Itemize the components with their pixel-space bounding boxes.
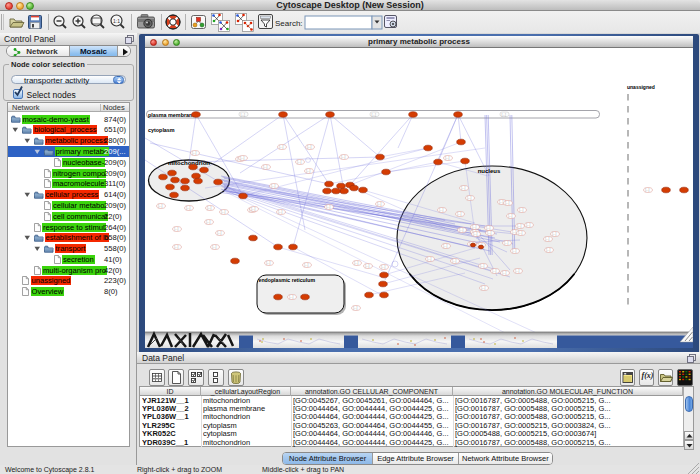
svg-text:[...]: [...]: [519, 208, 523, 212]
svg-text:[...]: [...]: [307, 145, 311, 149]
svg-text:[...]: [...]: [467, 196, 471, 200]
svg-text:[...]: [...]: [512, 230, 516, 234]
svg-text:[...]: [...]: [174, 245, 178, 249]
svg-text:[...]: [...]: [504, 241, 508, 245]
svg-text:[...]: [...]: [304, 263, 308, 267]
svg-text:[...]: [...]: [457, 212, 461, 216]
svg-text:[...]: [...]: [459, 228, 463, 232]
svg-text:[...]: [...]: [486, 226, 490, 230]
svg-text:unassigned: unassigned: [627, 84, 655, 90]
svg-text:[...]: [...]: [212, 245, 216, 249]
svg-text:Search:: Search:: [275, 19, 303, 28]
svg-text:[...]: [...]: [508, 214, 512, 218]
svg-text:[...]: [...]: [515, 269, 519, 273]
svg-text:[...]: [...]: [517, 224, 521, 228]
svg-text:nucleus: nucleus: [478, 168, 501, 174]
svg-text:[...]: [...]: [505, 201, 509, 205]
svg-text:[...]: [...]: [512, 249, 516, 253]
svg-text:[...]: [...]: [240, 156, 244, 160]
svg-text:[...]: [...]: [502, 113, 507, 117]
svg-text:[...]: [...]: [192, 151, 196, 155]
svg-text:endoplasmic reticulum: endoplasmic reticulum: [259, 277, 316, 283]
svg-text:[...]: [...]: [377, 202, 381, 206]
svg-text:[...]: [...]: [174, 227, 178, 231]
svg-text:[...]: [...]: [289, 295, 293, 299]
svg-text:[...]: [...]: [251, 207, 255, 211]
svg-text:[...]: [...]: [354, 261, 358, 265]
svg-text:[...]: [...]: [461, 186, 465, 190]
svg-text:[...]: [...]: [545, 237, 549, 241]
svg-text:[...]: [...]: [427, 257, 431, 261]
svg-text:[...]: [...]: [526, 223, 530, 227]
svg-text:[...]: [...]: [278, 210, 282, 214]
svg-text:[...]: [...]: [480, 264, 484, 268]
svg-text:[...]: [...]: [492, 269, 496, 273]
svg-text:[...]: [...]: [552, 232, 556, 236]
svg-text:[...]: [...]: [326, 205, 330, 209]
svg-text:[...]: [...]: [473, 232, 477, 236]
svg-text:[...]: [...]: [645, 188, 649, 192]
svg-text:[...]: [...]: [266, 261, 270, 265]
svg-text:[...]: [...]: [365, 264, 369, 268]
svg-text:[...]: [...]: [207, 206, 211, 210]
svg-text:[...]: [...]: [158, 204, 162, 208]
svg-text:[...]: [...]: [297, 160, 301, 164]
svg-text:[...]: [...]: [381, 265, 385, 269]
svg-text:[...]: [...]: [502, 271, 506, 275]
svg-text:[...]: [...]: [279, 145, 283, 149]
svg-text:1:1: 1:1: [113, 18, 120, 24]
svg-text:[...]: [...]: [518, 231, 522, 235]
svg-text:[...]: [...]: [341, 155, 345, 159]
svg-text:[...]: [...]: [186, 206, 190, 210]
svg-text:[...]: [...]: [445, 156, 449, 160]
svg-text:mitochondrion: mitochondrion: [168, 160, 210, 166]
svg-text:[...]: [...]: [472, 225, 476, 229]
svg-text:[...]: [...]: [306, 169, 310, 173]
svg-text:[...]: [...]: [241, 113, 246, 117]
svg-text:[...]: [...]: [546, 248, 550, 252]
svg-text:[...]: [...]: [263, 165, 267, 169]
svg-text:[...]: [...]: [217, 231, 221, 235]
svg-text:cytoplasm: cytoplasm: [148, 127, 175, 133]
svg-text:[...]: [...]: [353, 306, 357, 310]
svg-text:plasma membrane: plasma membrane: [148, 112, 195, 118]
svg-text:[...]: [...]: [443, 244, 447, 248]
svg-text:[...]: [...]: [439, 208, 443, 212]
svg-text:[...]: [...]: [499, 200, 503, 204]
svg-text:[...]: [...]: [206, 220, 210, 224]
svg-text:[...]: [...]: [221, 210, 225, 214]
svg-text:[...]: [...]: [481, 286, 485, 290]
svg-text:[...]: [...]: [452, 259, 456, 263]
svg-text:[...]: [...]: [271, 184, 275, 188]
svg-text:[...]: [...]: [372, 113, 377, 117]
svg-text:[...]: [...]: [487, 231, 491, 235]
